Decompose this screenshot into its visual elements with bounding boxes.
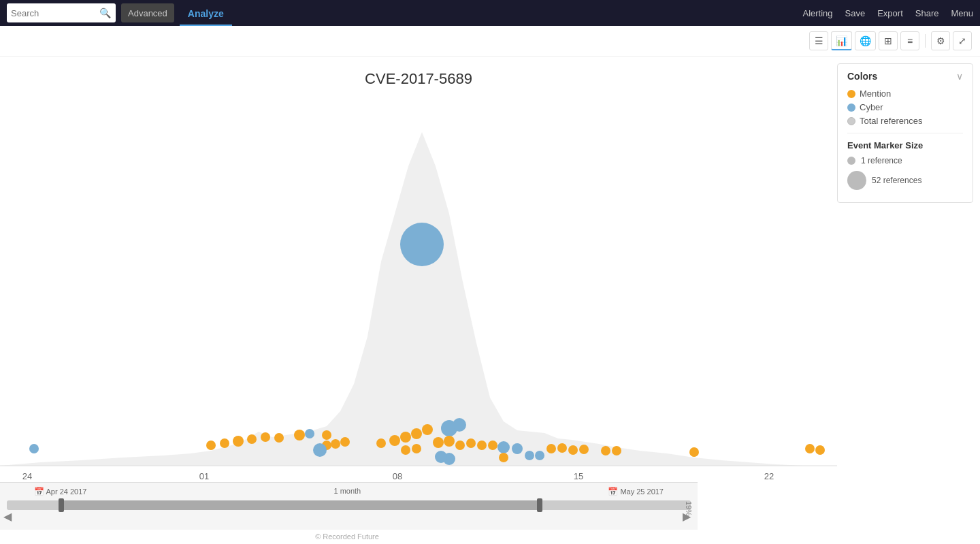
footer-text: © Recorded Future [0, 530, 694, 543]
legend-label-cyber: Cyber [860, 102, 883, 112]
cyber-dot [525, 451, 534, 460]
search-button[interactable]: 🔍 [99, 7, 111, 18]
mention-dot [422, 424, 433, 435]
cyber-dot [535, 451, 544, 460]
timeline-container: 📅 Apr 24 2017 1 month 📅 May 25 2017 [0, 482, 698, 530]
mention-dot [261, 432, 270, 442]
event-marker-section: Event Marker Size 1 reference 52 referen… [847, 140, 963, 190]
save-link[interactable]: Save [845, 8, 866, 18]
mention-dot [444, 436, 455, 447]
timeline-handle-right[interactable] [537, 498, 542, 512]
mention-dot [233, 436, 244, 447]
mention-dot [294, 430, 305, 441]
mention-dot [220, 438, 229, 448]
marker-row-small: 1 reference [847, 156, 963, 165]
chart-view-button[interactable]: 📊 [831, 31, 852, 50]
mention-dot [331, 439, 340, 449]
analyze-tab[interactable]: Analyze [180, 0, 232, 26]
timeline-slider[interactable] [7, 500, 691, 510]
top-navigation: 🔍 Advanced Analyze Alerting Save Export … [0, 0, 980, 26]
toolbar-divider [925, 34, 926, 48]
legend-collapse-icon[interactable]: ∨ [956, 71, 963, 82]
bullet-view-button[interactable]: ≡ [900, 31, 919, 50]
mention-dot [411, 428, 422, 439]
cyber-dot [453, 418, 466, 432]
mention-dot [412, 444, 421, 453]
timeline-mid-label: 1 month [333, 487, 361, 496]
cyber-dot [435, 451, 447, 463]
x-label-apr24: 24 [22, 471, 32, 481]
cyber-dot [497, 441, 510, 453]
mention-dot [557, 443, 567, 453]
share-link[interactable]: Share [915, 8, 939, 18]
mention-dot [433, 437, 444, 448]
alerting-link[interactable]: Alerting [802, 8, 832, 18]
advanced-button[interactable]: Advanced [121, 3, 174, 22]
timeline-start-date: 📅 Apr 24 2017 [34, 487, 86, 496]
search-input[interactable] [11, 8, 99, 18]
nav-arrow-right[interactable]: ▶ [683, 510, 691, 523]
main-content: CVE-2017-5689 [0, 57, 980, 543]
mention-dot [612, 446, 621, 455]
view-toolbar: ☰ 📊 🌐 ⊞ ≡ ⚙ ⤢ [0, 26, 980, 57]
event-marker-title: Event Marker Size [847, 140, 963, 150]
legend-panel: Colors ∨ Mention Cyber Total references … [837, 63, 973, 203]
mention-dot [389, 435, 400, 446]
list-view-button[interactable]: ☰ [809, 31, 828, 50]
x-label-may01: 01 [199, 471, 209, 481]
mention-dot [805, 444, 815, 453]
menu-link[interactable]: Menu [951, 8, 973, 18]
mention-dot [401, 445, 410, 455]
mention-dot [274, 433, 284, 443]
nav-arrow-left[interactable]: ◀ [3, 510, 12, 523]
mention-dot [455, 441, 465, 450]
mention-dot [579, 445, 589, 454]
legend-label-total: Total references [860, 116, 923, 126]
cyber-dot [305, 429, 314, 438]
chart-svg: 24 Apr 2017 01 May 2017 08 15 22 [0, 101, 837, 496]
nav-right: Alerting Save Export Share Menu [802, 8, 973, 18]
mention-dot [488, 441, 497, 450]
area-chart [0, 132, 837, 466]
legend-dot-total [847, 117, 855, 125]
legend-title: Colors [847, 71, 877, 82]
legend-item-total: Total references [847, 116, 963, 126]
mention-dot [206, 441, 216, 450]
search-wrapper: 🔍 [7, 3, 116, 22]
timeline-end-date: 📅 May 25 2017 [608, 487, 664, 496]
grid-view-button[interactable]: ⊞ [879, 31, 898, 50]
legend-dot-cyber [847, 103, 855, 112]
legend-item-mention: Mention [847, 89, 963, 99]
globe-view-button[interactable]: 🌐 [855, 31, 876, 50]
marker-large-dot [847, 171, 866, 190]
export-link[interactable]: Export [877, 8, 903, 18]
marker-large-label: 52 references [872, 176, 921, 185]
mention-dot [400, 432, 411, 443]
x-label-15: 15 [574, 471, 583, 481]
timeline-handle-left[interactable] [59, 498, 64, 512]
cyber-dot-large [400, 223, 444, 266]
settings-button[interactable]: ⚙ [931, 31, 950, 50]
timeline-dates: 📅 Apr 24 2017 1 month 📅 May 25 2017 [0, 483, 698, 496]
mention-dot [340, 437, 350, 447]
chart-title: CVE-2017-5689 [0, 63, 837, 101]
mention-dot [689, 447, 699, 457]
mention-dot [466, 438, 476, 448]
mention-dot [247, 434, 257, 444]
mention-dot [815, 445, 825, 455]
expand-button[interactable]: ⤢ [953, 31, 972, 50]
mention-dot [601, 446, 610, 455]
mention-dot [568, 445, 578, 455]
x-label-08: 08 [393, 471, 402, 481]
legend-item-cyber: Cyber [847, 102, 963, 112]
mention-dot [546, 444, 556, 453]
mention-dot [477, 441, 487, 450]
marker-row-large: 52 references [847, 171, 963, 190]
cyber-dot [512, 443, 523, 454]
legend-dot-mention [847, 90, 855, 98]
legend-header: Colors ∨ [847, 71, 963, 82]
x-label-22: 22 [764, 471, 774, 481]
marker-small-label: 1 reference [861, 156, 902, 165]
chart-area: CVE-2017-5689 [0, 57, 837, 543]
cyber-dot [29, 444, 39, 453]
